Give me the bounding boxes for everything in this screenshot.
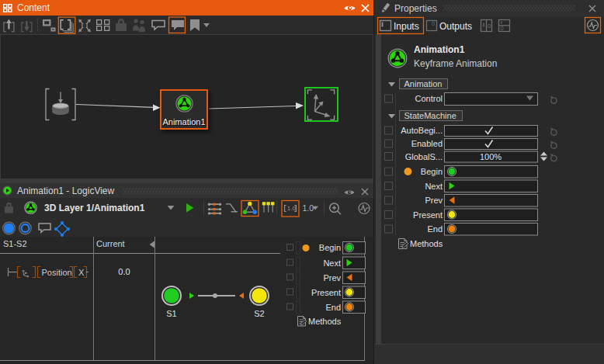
svg-text:Next: Next [425,182,443,191]
svg-text:Present: Present [413,210,443,220]
svg-text:Next: Next [323,258,341,268]
svg-text:Prev: Prev [425,196,443,205]
svg-text:End: End [325,303,341,312]
svg-text:1.0: 1.0 [303,203,314,213]
svg-text:Methods: Methods [308,317,342,326]
svg-text:Begin: Begin [421,167,443,176]
svg-text:Animation: Animation [404,79,443,88]
svg-text:1.0: 1.0 [287,205,297,212]
svg-text:Present: Present [311,288,341,297]
svg-text:Enabled: Enabled [411,139,443,148]
svg-text:Begin: Begin [319,243,341,252]
svg-text:100%: 100% [480,152,502,161]
svg-text:AutoBegi...: AutoBegi... [401,126,443,135]
svg-text:Prev: Prev [323,273,341,283]
svg-text:Methods: Methods [410,239,443,248]
svg-text:StateMachine: StateMachine [404,111,456,120]
svg-text:End: End [427,224,443,234]
svg-text:Control: Control [415,94,443,103]
svg-text:GlobalS...: GlobalS... [405,152,443,161]
svg-text:3D Layer 1/Animation1: 3D Layer 1/Animation1 [44,203,145,213]
